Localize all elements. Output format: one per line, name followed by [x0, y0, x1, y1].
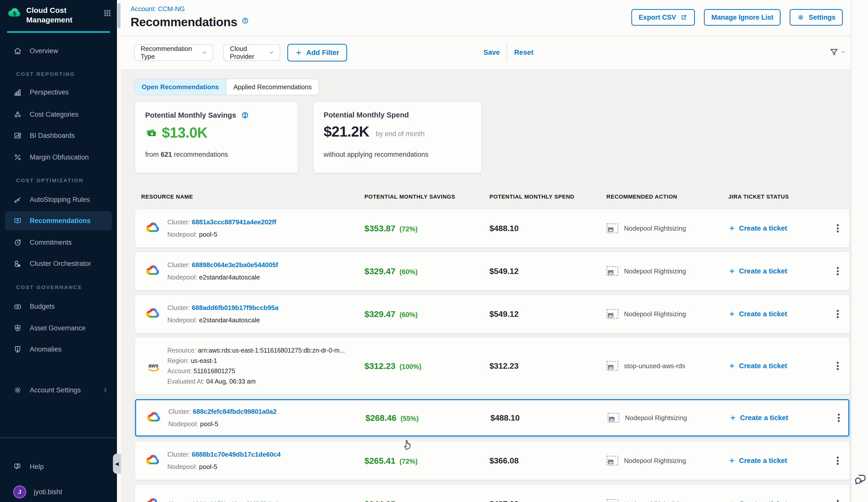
- row-menu-kebab-icon[interactable]: [834, 496, 842, 502]
- main-content: Account: CCM-NG Recommendations Export C…: [121, 0, 851, 502]
- export-csv-button[interactable]: Export CSV: [631, 9, 695, 26]
- sidebar-item-account-settings[interactable]: Account Settings: [5, 380, 112, 400]
- create-ticket-link[interactable]: Create a ticket: [728, 224, 787, 232]
- row-menu-kebab-icon[interactable]: [834, 453, 842, 468]
- resource-line: Nodepool: e2standar4autoscale: [167, 316, 279, 324]
- recommendation-row[interactable]: Cluster: 6888b1c70e49db17c1de60c4Nodepoo…: [135, 441, 849, 480]
- filter-panel-toggle[interactable]: [829, 48, 846, 57]
- info-icon[interactable]: [241, 17, 249, 25]
- create-ticket-link[interactable]: Create a ticket: [728, 362, 787, 370]
- cluster-link[interactable]: 6886e92f59a48cad86b5b1c6: [192, 500, 279, 502]
- create-ticket-link[interactable]: Create a ticket: [728, 267, 787, 275]
- settings-button[interactable]: Settings: [789, 9, 843, 26]
- row-menu-kebab-icon[interactable]: [834, 306, 842, 321]
- user-name: jyoti.bisht: [34, 488, 62, 496]
- sidebar-item-recommendations[interactable]: Recommendations: [5, 211, 112, 230]
- tab-open-recommendations[interactable]: Open Recommendations: [135, 79, 226, 95]
- resource-line: Nodepool: pool-5: [168, 420, 277, 428]
- manage-ignore-list-button[interactable]: Manage Ignore List: [704, 9, 781, 26]
- resource-name-cell: Cluster: 6888b1c70e49db17c1de60c4Nodepoo…: [167, 441, 281, 480]
- sidebar-item-commitments[interactable]: Commitments: [5, 233, 112, 252]
- ccm-logo-icon: $: [7, 6, 22, 21]
- sidebar-item-overview[interactable]: Overview: [5, 41, 112, 61]
- potential-monthly-spend-card: Potential Monthly Spend $21.2K by end of…: [313, 102, 482, 173]
- row-menu-kebab-icon[interactable]: [834, 358, 842, 373]
- recommended-action-cell: Nodepool Rightsizing: [607, 413, 687, 423]
- sidebar-item-autostopping-rules[interactable]: AutoStopping Rules: [5, 190, 112, 209]
- gcp-logo-icon: [146, 307, 160, 321]
- resource-name-cell: Cluster: 68898c064e3e2ba0e544005fNodepoo…: [167, 252, 278, 290]
- cluster-link[interactable]: 688c2fefc84fbdc99801a0a2: [193, 408, 277, 415]
- page-title: Recommendations: [131, 15, 237, 29]
- gear-icon: [797, 14, 805, 21]
- resource-line: Cluster: 6888b1c70e49db17c1de60c4: [167, 451, 281, 458]
- help-chat-icon: [13, 462, 22, 471]
- gcp-logo-icon: [146, 497, 160, 502]
- sidebar-item-cost-categories[interactable]: Cost Categories: [5, 105, 112, 124]
- commitments-icon: [13, 238, 22, 247]
- recommended-action-cell: Nodepool Rightsizing: [606, 309, 686, 319]
- question-icon[interactable]: [241, 111, 249, 119]
- right-scroll-rail[interactable]: [851, 0, 868, 502]
- reset-filter-link[interactable]: Reset: [514, 49, 533, 56]
- module-grid-icon[interactable]: [103, 9, 112, 18]
- potential-monthly-spend-value: $488.10: [490, 413, 520, 422]
- sidebar-item-budgets[interactable]: Budgets: [5, 297, 112, 316]
- rightsizing-icon: [606, 309, 619, 319]
- page-header: Account: CCM-NG Recommendations Export C…: [121, 0, 851, 70]
- bi-dashboards-icon: [13, 131, 22, 140]
- create-ticket-link[interactable]: Create a ticket: [728, 457, 787, 465]
- sidebar-item-bi-dashboards[interactable]: BI Dashboards: [5, 126, 112, 145]
- cluster-link[interactable]: 68898c064e3e2ba0e544005f: [192, 261, 278, 269]
- cluster-link[interactable]: 688add6fb019b17f9bccb95a: [192, 304, 279, 312]
- potential-monthly-spend-value: $488.10: [489, 224, 519, 233]
- chevron-right-icon: [102, 387, 109, 394]
- rightsizing-icon: [607, 413, 620, 423]
- row-menu-kebab-icon[interactable]: [835, 410, 843, 425]
- recommendation-type-dropdown[interactable]: Recommendation Type: [134, 44, 213, 61]
- sidebar-scrollbar[interactable]: [117, 3, 121, 28]
- recommendation-row[interactable]: Cluster: 6881a3ccc887941a4ee202ffNodepoo…: [135, 209, 849, 248]
- anomalies-icon: [13, 345, 22, 354]
- cluster-link[interactable]: 6888b1c70e49db17c1de60c4: [192, 451, 281, 458]
- svg-text:aws: aws: [148, 363, 158, 369]
- recommendation-row[interactable]: Cluster: 688add6fb019b17f9bccb95aNodepoo…: [135, 295, 849, 333]
- resource-line: Cluster: 6881a3ccc887941a4ee202ff: [167, 218, 276, 226]
- column-potential-monthly-spend: POTENTIAL MONTHLY SPEND: [489, 194, 575, 200]
- create-ticket-link[interactable]: Create a ticket: [728, 500, 787, 502]
- recommendation-row[interactable]: Cluster: 6886e92f59a48cad86b5b1c6$244.05…: [135, 485, 849, 502]
- brand-divider: [7, 31, 110, 33]
- sidebar-item-help[interactable]: Help: [5, 457, 112, 476]
- row-menu-kebab-icon[interactable]: [834, 264, 842, 279]
- breadcrumb-account-link[interactable]: Account: CCM-NG: [131, 5, 185, 13]
- recommendations-icon: [13, 216, 22, 225]
- resource-name-cell: Cluster: 688add6fb019b17f9bccb95aNodepoo…: [167, 295, 279, 333]
- save-filter-link[interactable]: Save: [483, 49, 500, 56]
- potential-monthly-savings-value: $312.23(100%): [364, 361, 421, 371]
- sidebar-item-anomalies[interactable]: Anomalies: [5, 340, 112, 359]
- sidebar-item-cluster-orchestrator[interactable]: Cluster Orchestrator: [5, 254, 112, 273]
- potential-monthly-savings-value: $329.47(60%): [364, 266, 417, 276]
- user-avatar: J: [13, 485, 26, 499]
- recommendations-tabs: Open Recommendations Applied Recommendat…: [134, 79, 319, 95]
- create-ticket-link[interactable]: Create a ticket: [728, 310, 787, 318]
- sidebar-item-asset-governance[interactable]: Asset Governance: [5, 318, 112, 338]
- rightsizing-icon: [606, 266, 619, 276]
- gcp-logo-icon: [146, 453, 160, 468]
- margin-icon: [13, 153, 22, 162]
- sidebar-item-perspectives[interactable]: Perspectives: [5, 83, 112, 102]
- recommendation-row[interactable]: Cluster: 68898c064e3e2ba0e544005fNodepoo…: [135, 252, 849, 290]
- autostopping-icon: [13, 195, 22, 204]
- row-menu-kebab-icon[interactable]: [834, 221, 842, 236]
- tab-applied-recommendations[interactable]: Applied Recommendations: [226, 79, 319, 95]
- sidebar-item-margin-obfuscation[interactable]: Margin Obfuscation: [5, 148, 112, 167]
- spend-value-suffix: by end of month: [376, 125, 425, 138]
- support-chat-icon[interactable]: [854, 473, 867, 487]
- create-ticket-link[interactable]: Create a ticket: [730, 414, 788, 422]
- add-filter-button[interactable]: Add Filter: [287, 44, 347, 62]
- cluster-link[interactable]: 6881a3ccc887941a4ee202ff: [192, 218, 276, 226]
- recommendation-row[interactable]: Cluster: 688c2fefc84fbdc99801a0a2Nodepoo…: [135, 399, 849, 437]
- recommendation-row[interactable]: awsResource: arn:aws:rds:us-east-1:51161…: [135, 338, 849, 394]
- cloud-provider-dropdown[interactable]: Cloud Provider: [223, 44, 280, 61]
- sidebar-item-user[interactable]: J jyoti.bisht: [5, 482, 112, 502]
